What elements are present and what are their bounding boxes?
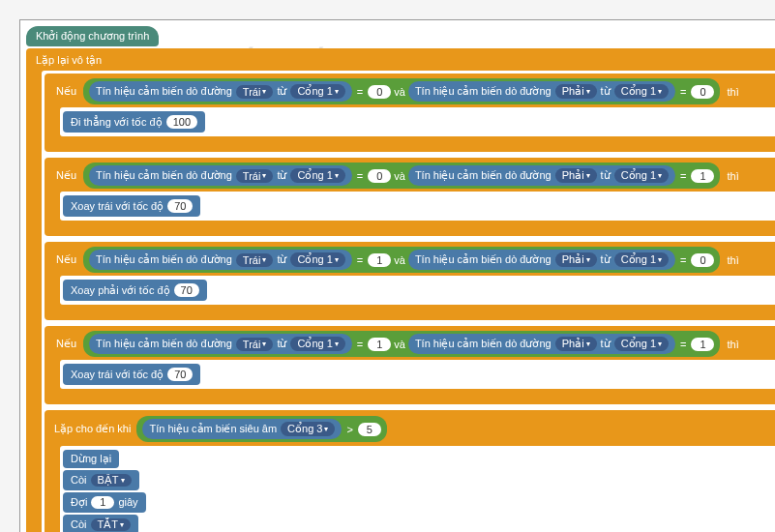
- val-r1[interactable]: 0: [691, 85, 714, 99]
- action-3[interactable]: Xoay phải với tốc độ 70: [63, 280, 207, 301]
- action-4[interactable]: Xoay trái với tốc độ 70: [63, 364, 200, 385]
- sensor-left-1[interactable]: Tín hiệu cảm biến dò đường Trái từ Cổng …: [89, 81, 352, 102]
- hat-label: Khởi động chương trình: [36, 30, 149, 42]
- wait-1[interactable]: Đợi 1 giây: [63, 492, 146, 513]
- if-block-2[interactable]: Nếu Tín hiệu cảm biến dò đường Trái từ C…: [45, 158, 775, 236]
- speed-1[interactable]: 100: [166, 115, 197, 129]
- action-2[interactable]: Xoay trái với tốc độ 70: [63, 195, 200, 217]
- dd-port-l1[interactable]: Cổng 1: [290, 84, 344, 99]
- dd-left[interactable]: Trái: [236, 85, 274, 99]
- hat-block[interactable]: Khởi động chương trình: [26, 26, 159, 46]
- bool-1[interactable]: Tín hiệu cảm biến dò đường Trái từ Cổng …: [83, 78, 720, 104]
- action-1[interactable]: Đi thẳng với tốc độ 100: [63, 111, 205, 133]
- threshold[interactable]: 5: [358, 423, 381, 436]
- until-label: Lặp cho đến khi: [54, 423, 131, 435]
- bool-2[interactable]: Tín hiệu cảm biến dò đường Trái từ Cổng …: [83, 163, 720, 189]
- bool-3[interactable]: Tín hiệu cảm biến dò đường Trái từ Cổng …: [83, 247, 720, 273]
- stop-stmt[interactable]: Dừng lại: [63, 450, 119, 468]
- repeat-until[interactable]: Lặp cho đến khi Tín hiệu cảm biến siêu â…: [45, 410, 775, 532]
- sensor-right-1[interactable]: Tín hiệu cảm biến dò đường Phải từ Cổng …: [408, 81, 675, 102]
- bool-4[interactable]: Tín hiệu cảm biến dò đường Trái từ Cổng …: [83, 331, 720, 357]
- if-block-4[interactable]: Nếu Tín hiệu cảm biến dò đường Trái từ C…: [45, 326, 775, 404]
- val-l1[interactable]: 0: [368, 85, 391, 99]
- buzzer-off[interactable]: Còi TẮT: [63, 515, 138, 532]
- dd-right[interactable]: Phải: [555, 84, 597, 99]
- ultrasonic[interactable]: Tín hiệu cảm biến siêu âm Cổng 3: [142, 419, 342, 439]
- forever-loop[interactable]: Lặp lại vô tận Nếu Tín hiệu cảm biến dò …: [26, 48, 775, 532]
- then-label: thì: [723, 85, 742, 99]
- if-block-3[interactable]: Nếu Tín hiệu cảm biến dò đường Trái từ C…: [45, 242, 775, 320]
- buzzer-on[interactable]: Còi BẬT: [63, 470, 139, 490]
- if-label: Nếu: [52, 84, 80, 99]
- until-cond[interactable]: Tín hiệu cảm biến siêu âm Cổng 3 > 5: [136, 416, 386, 442]
- if-block-1[interactable]: Nếu Tín hiệu cảm biến dò đường Trái từ C…: [45, 74, 775, 152]
- forever-label: Lặp lại vô tận: [36, 54, 102, 66]
- dd-port-r1[interactable]: Cổng 1: [614, 84, 669, 99]
